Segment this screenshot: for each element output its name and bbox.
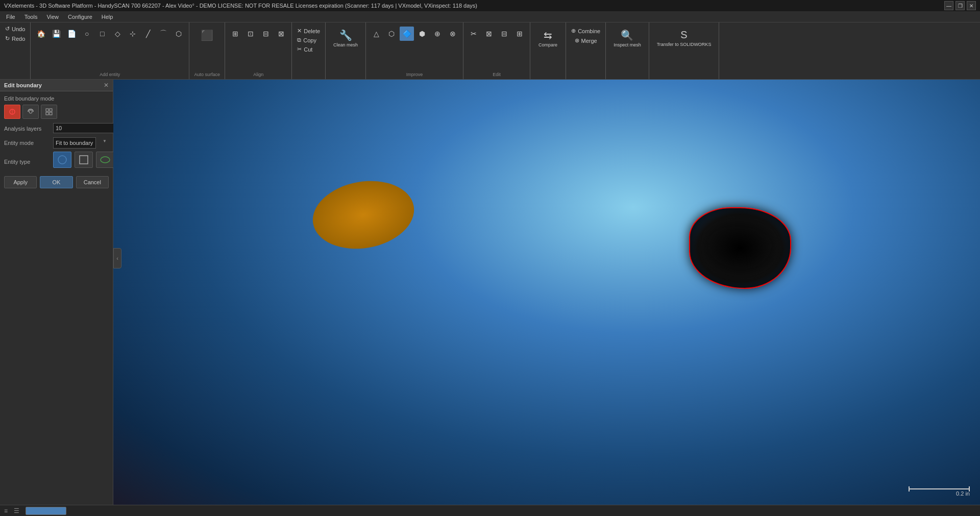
home-button[interactable]: 🏠 xyxy=(34,27,48,41)
left-panel: Edit boundary ✕ Edit boundary mode xyxy=(0,80,113,505)
mesh-edit-btn-3[interactable]: ⊟ xyxy=(497,27,511,41)
svg-rect-8 xyxy=(80,156,88,164)
svg-rect-4 xyxy=(50,109,52,111)
viewport[interactable]: X Y Z xyxy=(113,80,980,505)
mesh-edit-btn-4[interactable]: ⊞ xyxy=(512,27,527,41)
align-btn-4[interactable]: ⊠ xyxy=(274,27,288,41)
ellipse-entity-icon xyxy=(100,154,111,165)
mesh-canvas: X Y Z xyxy=(113,80,980,505)
combine-label: Combine xyxy=(578,28,600,34)
copy-label: Copy xyxy=(303,37,316,43)
panel-title: Edit boundary xyxy=(4,82,42,88)
entity-ellipse-button[interactable] xyxy=(96,152,114,168)
mesh-background xyxy=(113,80,980,505)
improve-btn-5[interactable]: ⊕ xyxy=(430,27,445,41)
combine-group: ⊕ Combine ⊗ Merge xyxy=(566,22,606,79)
improve-btn-4[interactable]: ⬢ xyxy=(415,27,429,41)
redo-button[interactable]: ↻ Redo xyxy=(3,34,27,43)
align-btn-2[interactable]: ⊡ xyxy=(243,27,258,41)
points-btn[interactable]: ⊹ xyxy=(126,27,140,41)
maximize-button[interactable]: ❐ xyxy=(955,1,965,10)
redo-icon: ↻ xyxy=(5,35,10,42)
menu-configure[interactable]: Configure xyxy=(64,13,96,21)
menu-file[interactable]: File xyxy=(2,13,19,21)
menu-help[interactable]: Help xyxy=(97,13,117,21)
mesh-edit-btn-1[interactable]: ✂ xyxy=(467,27,481,41)
cancel-button[interactable]: Cancel xyxy=(76,176,109,188)
mesh-edit-label: Edit xyxy=(463,72,530,77)
menu-view[interactable]: View xyxy=(42,13,63,21)
copy-button[interactable]: ⧉ Copy xyxy=(295,36,318,44)
svg-point-2 xyxy=(29,110,32,113)
status-icon-1[interactable]: ≡ xyxy=(4,507,8,514)
delete-button[interactable]: ✕ Delete xyxy=(295,27,322,35)
panel-collapse-button[interactable]: ‹ xyxy=(113,248,121,268)
panel-section-mode: Edit boundary mode xyxy=(0,91,113,192)
compare-group: ⇆ Compare xyxy=(530,22,566,79)
cut-label: Cut xyxy=(304,46,312,53)
analysis-layers-row: Analysis layers ▲ ▼ xyxy=(4,123,109,134)
toolbar: ↺ Undo ↻ Redo 🏠 💾 📄 ○ □ ◇ ⊹ ╱ ⌒ ⬡ Add en… xyxy=(0,22,980,80)
main-content: Edit boundary ✕ Edit boundary mode xyxy=(0,80,980,505)
save-button[interactable]: 💾 xyxy=(49,27,63,41)
entity-mode-select[interactable]: Fit to boundary Manual Auto xyxy=(53,137,96,149)
arc-btn[interactable]: ⌒ xyxy=(156,27,170,41)
compare-icon: ⇆ xyxy=(544,29,552,41)
minimize-button[interactable]: — xyxy=(944,1,953,10)
square-entity-icon xyxy=(78,154,89,165)
circle-btn[interactable]: ○ xyxy=(80,27,94,41)
mode-button-2[interactable] xyxy=(22,105,39,119)
compare-button[interactable]: ⇆ Compare xyxy=(534,27,562,51)
transfer-solidworks-group: S Transfer to SOLIDWORKS xyxy=(649,22,720,79)
undo-label: Undo xyxy=(12,26,25,32)
transfer-solidworks-button[interactable]: S Transfer to SOLIDWORKS xyxy=(652,27,716,50)
grid-mode-icon xyxy=(45,108,53,116)
mesh-edit-group: ✂ ⊠ ⊟ ⊞ Edit xyxy=(463,22,530,79)
line-btn[interactable]: ╱ xyxy=(141,27,155,41)
inspect-mesh-icon: 🔍 xyxy=(621,29,633,41)
status-icon-2[interactable]: ☰ xyxy=(14,507,19,514)
mesh-edit-btn-2[interactable]: ⊠ xyxy=(482,27,496,41)
cut-button[interactable]: ✂ Cut xyxy=(295,45,314,54)
inspect-mesh-label: Inspect mesh xyxy=(614,42,641,48)
entity-type-row: Entity type xyxy=(4,152,109,172)
mode-button-3[interactable] xyxy=(41,105,57,119)
improve-label: Improve xyxy=(366,72,463,77)
scale-bar-line xyxy=(909,488,970,489)
svg-point-9 xyxy=(101,157,110,163)
new-button[interactable]: 📄 xyxy=(64,27,79,41)
auto-surface-button[interactable]: ⬛ xyxy=(195,27,219,44)
clean-mesh-label: Clean mesh xyxy=(333,42,358,48)
entity-square-button[interactable] xyxy=(75,152,93,168)
apply-button[interactable]: Apply xyxy=(4,176,37,188)
improve-btn-3-active[interactable]: 🔷 xyxy=(400,27,414,41)
combine-button[interactable]: ⊕ Combine xyxy=(569,27,602,35)
inspect-mesh-button[interactable]: 🔍 Inspect mesh xyxy=(609,27,646,51)
panel-close-button[interactable]: ✕ xyxy=(104,82,109,89)
merge-icon: ⊗ xyxy=(575,37,579,44)
menu-tools[interactable]: Tools xyxy=(20,13,42,21)
improve-group: △ ⬡ 🔷 ⬢ ⊕ ⊗ Improve xyxy=(366,22,463,79)
status-active-tool[interactable] xyxy=(26,507,66,515)
undo-button[interactable]: ↺ Undo xyxy=(3,24,27,33)
improve-btn-1[interactable]: △ xyxy=(369,27,383,41)
add-entity-label: Add entity xyxy=(31,72,189,77)
entity-circle-button[interactable] xyxy=(53,152,71,168)
poly-btn[interactable]: ⬡ xyxy=(172,27,186,41)
align-btn-3[interactable]: ⊟ xyxy=(259,27,273,41)
merge-button[interactable]: ⊗ Merge xyxy=(573,36,599,45)
mode-button-1[interactable] xyxy=(4,105,20,119)
square-btn[interactable]: □ xyxy=(95,27,109,41)
ok-button[interactable]: OK xyxy=(40,176,72,188)
analysis-layers-label: Analysis layers xyxy=(4,126,50,132)
close-button[interactable]: ✕ xyxy=(967,1,976,10)
improve-btn-2[interactable]: ⬡ xyxy=(384,27,399,41)
align-btn-1[interactable]: ⊞ xyxy=(228,27,242,41)
diamond-btn[interactable]: ◇ xyxy=(110,27,125,41)
svg-rect-6 xyxy=(50,112,52,115)
entity-mode-select-wrapper: Fit to boundary Manual Auto xyxy=(53,137,109,149)
delete-label: Delete xyxy=(304,28,320,34)
clean-mesh-button[interactable]: 🔧 Clean mesh xyxy=(329,27,362,51)
clean-mesh-group: 🔧 Clean mesh xyxy=(326,22,366,79)
improve-btn-6[interactable]: ⊗ xyxy=(446,27,460,41)
